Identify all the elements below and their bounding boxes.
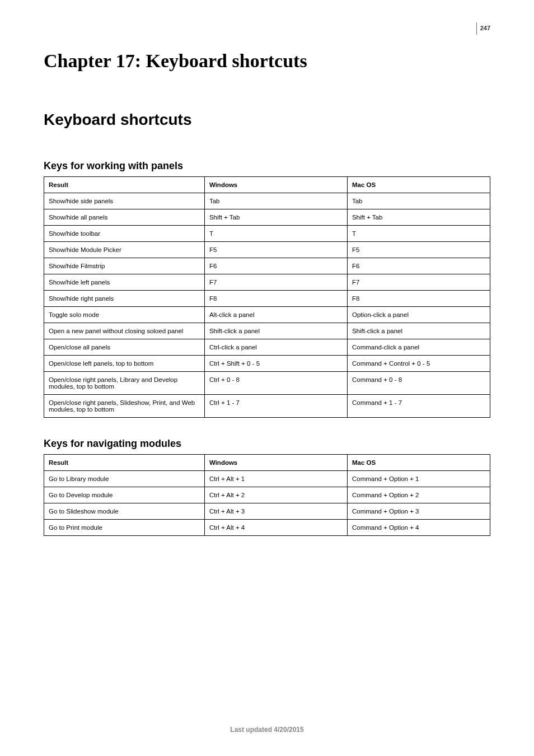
table-cell-result: Open/close right panels, Library and Dev… xyxy=(44,372,205,395)
table-row: Show/hide side panelsTabTab xyxy=(44,193,490,209)
table-row: Show/hide toolbarTT xyxy=(44,226,490,242)
table-row: Show/hide FilmstripF6F6 xyxy=(44,258,490,274)
header-result: Result xyxy=(44,177,205,193)
table-cell-result: Go to Library module xyxy=(44,471,205,487)
table-cell-result: Go to Develop module xyxy=(44,487,205,503)
table-cell-result: Open/close all panels xyxy=(44,339,205,356)
table-cell-win: Ctrl + Alt + 3 xyxy=(204,503,347,520)
header-mac: Mac OS xyxy=(347,177,490,193)
table-row: Show/hide left panelsF7F7 xyxy=(44,274,490,291)
table-cell-result: Toggle solo mode xyxy=(44,307,205,323)
table-row: Show/hide right panelsF8F8 xyxy=(44,291,490,307)
table-cell-win: Ctrl + Alt + 4 xyxy=(204,520,347,536)
table-cell-mac: F6 xyxy=(347,258,490,274)
table-cell-win: F7 xyxy=(204,274,347,291)
table-cell-result: Show/hide Module Picker xyxy=(44,242,205,258)
table-row: Open/close right panels, Slideshow, Prin… xyxy=(44,395,490,418)
table-cell-result: Go to Slideshow module xyxy=(44,503,205,520)
table-row: Show/hide all panelsShift + TabShift + T… xyxy=(44,209,490,226)
table-row: Go to Print moduleCtrl + Alt + 4Command … xyxy=(44,520,490,536)
table-cell-mac: Command + 1 - 7 xyxy=(347,395,490,418)
table-cell-mac: Command + Control + 0 - 5 xyxy=(347,356,490,372)
table-row: Show/hide Module PickerF5F5 xyxy=(44,242,490,258)
table-cell-win: Ctrl + Alt + 1 xyxy=(204,471,347,487)
table-header-row: Result Windows Mac OS xyxy=(44,177,490,193)
table-cell-mac: Option-click a panel xyxy=(347,307,490,323)
subsection-title-modules: Keys for navigating modules xyxy=(44,438,490,450)
table-cell-mac: Command + Option + 2 xyxy=(347,487,490,503)
table-cell-win: F6 xyxy=(204,258,347,274)
table-cell-win: F5 xyxy=(204,242,347,258)
table-cell-mac: T xyxy=(347,226,490,242)
table-cell-win: Ctrl + Alt + 2 xyxy=(204,487,347,503)
table-cell-win: Ctrl + 1 - 7 xyxy=(204,395,347,418)
table-row: Open/close left panels, top to bottomCtr… xyxy=(44,356,490,372)
table-row: Open a new panel without closing soloed … xyxy=(44,323,490,339)
header-mac: Mac OS xyxy=(347,455,490,471)
table-cell-result: Show/hide toolbar xyxy=(44,226,205,242)
table-cell-mac: Shift + Tab xyxy=(347,209,490,226)
table-cell-result: Show/hide side panels xyxy=(44,193,205,209)
header-windows: Windows xyxy=(204,177,347,193)
table-cell-mac: F5 xyxy=(347,242,490,258)
table-cell-win: Ctrl-click a panel xyxy=(204,339,347,356)
table-cell-mac: Shift-click a panel xyxy=(347,323,490,339)
table-cell-result: Open/close right panels, Slideshow, Prin… xyxy=(44,395,205,418)
table-cell-result: Open a new panel without closing soloed … xyxy=(44,323,205,339)
table-row: Open/close right panels, Library and Dev… xyxy=(44,372,490,395)
table-row: Go to Develop moduleCtrl + Alt + 2Comman… xyxy=(44,487,490,503)
document-page: 247 Chapter 17: Keyboard shortcuts Keybo… xyxy=(0,0,534,750)
table-cell-win: Shift + Tab xyxy=(204,209,347,226)
table-row: Go to Library moduleCtrl + Alt + 1Comman… xyxy=(44,471,490,487)
table-cell-win: Ctrl + Shift + 0 - 5 xyxy=(204,356,347,372)
page-number-value: 247 xyxy=(480,25,490,31)
table-cell-mac: Command + Option + 3 xyxy=(347,503,490,520)
header-result: Result xyxy=(44,455,205,471)
subsection-title-panels: Keys for working with panels xyxy=(44,160,490,172)
table-cell-mac: F7 xyxy=(347,274,490,291)
table-cell-win: Shift-click a panel xyxy=(204,323,347,339)
page-footer: Last updated 4/20/2015 xyxy=(0,726,534,734)
table-cell-win: T xyxy=(204,226,347,242)
table-cell-win: F8 xyxy=(204,291,347,307)
section-title: Keyboard shortcuts xyxy=(44,111,490,129)
table-cell-mac: F8 xyxy=(347,291,490,307)
table-cell-win: Alt-click a panel xyxy=(204,307,347,323)
header-windows: Windows xyxy=(204,455,347,471)
modules-table: Result Windows Mac OS Go to Library modu… xyxy=(44,454,490,536)
table-cell-result: Show/hide left panels xyxy=(44,274,205,291)
table-row: Go to Slideshow moduleCtrl + Alt + 3Comm… xyxy=(44,503,490,520)
page-number: 247 xyxy=(476,22,490,35)
table-cell-result: Show/hide right panels xyxy=(44,291,205,307)
table-header-row: Result Windows Mac OS xyxy=(44,455,490,471)
table-cell-result: Go to Print module xyxy=(44,520,205,536)
table-row: Open/close all panelsCtrl-click a panelC… xyxy=(44,339,490,356)
table-cell-result: Open/close left panels, top to bottom xyxy=(44,356,205,372)
table-cell-mac: Command + Option + 1 xyxy=(347,471,490,487)
table-cell-result: Show/hide Filmstrip xyxy=(44,258,205,274)
table-cell-mac: Tab xyxy=(347,193,490,209)
table-cell-mac: Command-click a panel xyxy=(347,339,490,356)
table-cell-mac: Command + 0 - 8 xyxy=(347,372,490,395)
table-cell-result: Show/hide all panels xyxy=(44,209,205,226)
table-cell-win: Tab xyxy=(204,193,347,209)
panels-table: Result Windows Mac OS Show/hide side pan… xyxy=(44,176,490,418)
page-number-bar xyxy=(476,22,477,35)
table-row: Toggle solo modeAlt-click a panelOption-… xyxy=(44,307,490,323)
chapter-title: Chapter 17: Keyboard shortcuts xyxy=(44,50,490,72)
table-cell-mac: Command + Option + 4 xyxy=(347,520,490,536)
table-cell-win: Ctrl + 0 - 8 xyxy=(204,372,347,395)
